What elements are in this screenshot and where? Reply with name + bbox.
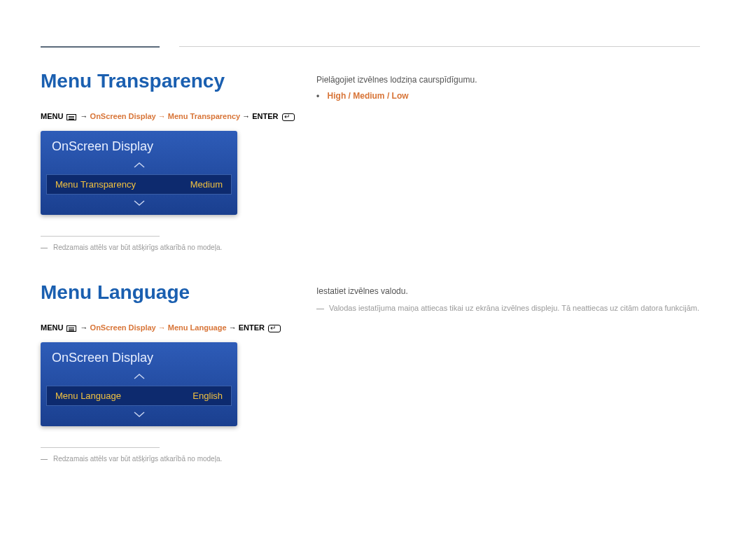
- top-divider-short: [41, 46, 160, 48]
- chevron-down-icon[interactable]: [41, 197, 237, 209]
- bullet-dot: •: [316, 91, 319, 101]
- chevron-up-icon[interactable]: [41, 371, 237, 383]
- chevron-down-icon[interactable]: [41, 409, 237, 421]
- footnote-transparency: ―Redzamais attēls var būt atšķirīgs atka…: [41, 244, 295, 251]
- section-menu-transparency: Menu Transparency MENU → OnScreen Displa…: [41, 70, 295, 251]
- menu-icon: [66, 325, 76, 332]
- footnote-divider: [41, 447, 160, 448]
- osd-row-label: Menu Language: [55, 391, 121, 401]
- osd-row-transparency[interactable]: Menu Transparency Medium: [46, 174, 232, 195]
- breadcrumb-path: OnScreen Display → Menu Transparency: [90, 112, 241, 120]
- footnote-divider: [41, 236, 160, 237]
- breadcrumb-path: OnScreen Display → Menu Language: [90, 323, 227, 332]
- arrow-4: →: [229, 323, 237, 332]
- top-divider-long: [179, 46, 700, 47]
- menu-icon: [66, 114, 76, 120]
- osd-header: OnScreen Display: [41, 131, 237, 160]
- osd-panel-language: OnScreen Display Menu Language English: [41, 342, 237, 426]
- transparency-options: High / Medium / Low: [328, 91, 409, 101]
- right-column-language: Iestatiet izvēlnes valodu. ―Valodas iest…: [316, 284, 699, 315]
- osd-row-value: Medium: [190, 179, 223, 190]
- footnote-dash: ―: [41, 455, 53, 463]
- arrow-2: →: [242, 112, 250, 120]
- enter-icon: [268, 325, 281, 332]
- footnote-text: Redzamais attēls var būt atšķirīgs atkar…: [53, 455, 222, 463]
- note-language: ―Valodas iestatījuma maiņa attiecas tika…: [316, 302, 699, 315]
- desc-transparency: Pielāgojiet izvēlnes lodziņa caurspīdīgu…: [316, 73, 477, 87]
- footnote-dash: ―: [41, 244, 53, 251]
- osd-row-label: Menu Transparency: [55, 179, 136, 190]
- options-line-transparency: • High / Medium / Low: [316, 91, 477, 101]
- breadcrumb-transparency: MENU → OnScreen Display → Menu Transpare…: [41, 112, 295, 121]
- osd-header: OnScreen Display: [41, 342, 237, 371]
- note-body: Valodas iestatījuma maiņa attiecas tikai…: [329, 304, 699, 312]
- footnote-text: Redzamais attēls var būt atšķirīgs atkar…: [53, 244, 222, 251]
- footnote-language: ―Redzamais attēls var būt atšķirīgs atka…: [41, 455, 281, 463]
- breadcrumb-menu-label: MENU: [41, 112, 63, 120]
- breadcrumb-enter-label: ENTER: [252, 112, 278, 120]
- desc-language: Iestatiet izvēlnes valodu.: [316, 284, 699, 298]
- chevron-up-icon[interactable]: [41, 160, 237, 171]
- section-title-transparency: Menu Transparency: [41, 70, 295, 92]
- arrow-1: →: [80, 112, 88, 120]
- note-dash: ―: [316, 302, 329, 315]
- enter-icon: [282, 113, 295, 121]
- osd-row-language[interactable]: Menu Language English: [46, 386, 232, 406]
- arrow-3: →: [80, 323, 88, 332]
- breadcrumb-language: MENU → OnScreen Display → Menu Language …: [41, 323, 281, 332]
- osd-panel-transparency: OnScreen Display Menu Transparency Mediu…: [41, 131, 237, 215]
- osd-row-value: English: [192, 391, 223, 401]
- section-title-language: Menu Language: [41, 281, 281, 304]
- section-menu-language: Menu Language MENU → OnScreen Display → …: [41, 281, 281, 463]
- breadcrumb-menu-label: MENU: [41, 323, 63, 332]
- breadcrumb-enter-label: ENTER: [239, 323, 265, 332]
- right-column-transparency: Pielāgojiet izvēlnes lodziņa caurspīdīgu…: [316, 73, 477, 101]
